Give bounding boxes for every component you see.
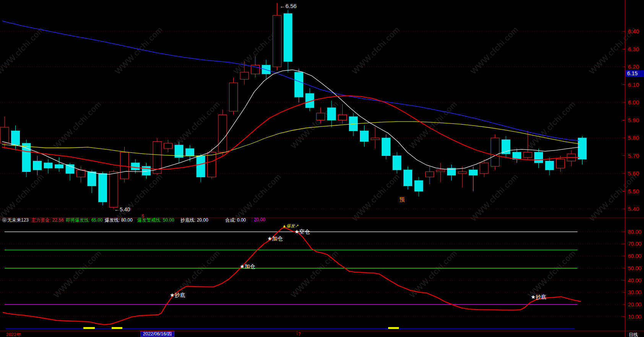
candle-body [33, 161, 42, 170]
candle-body [578, 138, 587, 159]
candle-body [360, 131, 369, 141]
candle-body [426, 172, 434, 177]
price-axis-label: 5.90 [628, 117, 639, 123]
signal-label: ★抄底 [170, 292, 185, 298]
indicator-axis-label: 20.00 [628, 301, 641, 308]
candle-body [404, 170, 412, 186]
candle-body [131, 163, 140, 170]
signal-label: ★抄底 [531, 294, 546, 300]
month-tick-label: 7 [298, 332, 301, 337]
price-axis-label: 5.50 [628, 188, 639, 194]
period-selector-label[interactable]: 日线 [629, 332, 638, 337]
period-high-label: ←6.56 [280, 3, 297, 9]
price-axis-label: 5.60 [628, 170, 639, 177]
candle-body [22, 143, 31, 172]
last-price-badge-label: 6.15 [627, 70, 637, 76]
candle-body [99, 173, 107, 202]
indicator-param: 即将爆发线: 65.00 [66, 217, 103, 224]
candle-body [164, 143, 172, 149]
signal-label: ★空仓 [294, 228, 310, 235]
candle-body [458, 172, 467, 173]
period-low-label: ←5.40 [114, 206, 130, 212]
signal-label: ★加仓 [240, 263, 255, 269]
candle-body [120, 152, 129, 179]
candle-body [11, 131, 20, 145]
price-axis-label: 5.70 [628, 152, 639, 159]
candle-body [186, 149, 194, 156]
candle-body [295, 72, 303, 97]
price-axis-label: 6.10 [628, 81, 639, 88]
indicator-axis-label: 10.00 [628, 314, 641, 320]
indicator-axis-label: 70.00 [628, 241, 641, 247]
candle-body [284, 14, 292, 62]
candle-body [240, 72, 249, 79]
price-axis-label: 6.00 [628, 99, 639, 105]
candle-body [382, 138, 390, 156]
indicator-param: 合成: 0.00 [225, 217, 246, 224]
main-fund-line [3, 227, 581, 324]
indicator-axis-label: 50.00 [628, 265, 641, 271]
price-axis-label: 5.80 [628, 134, 639, 141]
candle-body [317, 113, 325, 120]
candle-body [469, 170, 478, 175]
chart-canvas[interactable]: ★抄底★加仓★加仓▲爆发↗★空仓★抄底←6.56←5.40ŝ预6.406.306… [0, 0, 644, 337]
indicator-param: : 20.00 [251, 217, 265, 222]
candle-body [218, 115, 227, 152]
candle-body [535, 152, 543, 163]
candle-body [55, 165, 63, 168]
indicator-param: 爆发线: 80.00 [105, 217, 133, 224]
price-axis-label: 6.30 [628, 46, 639, 52]
candle-body [545, 161, 554, 170]
candle-body [491, 138, 499, 166]
candle-body [88, 172, 96, 186]
indicator-axis-label: 60.00 [628, 253, 641, 259]
indicator-axis-label: 80.00 [628, 229, 641, 235]
candle-body [208, 152, 216, 177]
candle-body [109, 172, 118, 207]
candle-body [0, 127, 9, 143]
candle-body [524, 152, 532, 157]
indicator-param: 抄底线: 20.00 [181, 217, 208, 224]
signal-bar [388, 327, 399, 329]
candle-body [44, 163, 52, 168]
chart-application-screen: WWW.cfchi.comWWW.cfchi.comWWW.cfchi.comW… [0, 0, 644, 337]
candle-body [415, 181, 423, 191]
signal-label: ▲爆发↗ [282, 224, 299, 228]
candle-body [371, 138, 379, 140]
indicator-header-row: ⌄ 无未来123 主力资金: 22.56即将爆发线: 65.00爆发线: 80.… [0, 217, 644, 223]
signal-label: ★加仓 [267, 235, 283, 241]
candle-body [436, 170, 445, 172]
indicator-axis-label: 30.00 [628, 289, 641, 295]
signal-bar [112, 327, 122, 329]
price-axis-label: 6.20 [628, 63, 639, 70]
candle-body [197, 156, 205, 177]
year-label: 2022年 [6, 332, 21, 337]
chart-marker: 预 [399, 196, 405, 203]
indicator-param: 爆发警戒线: 50.00 [137, 217, 174, 224]
indicator-title: 无未来123 [7, 217, 29, 224]
candle-body [393, 156, 401, 170]
price-axis-label: 5.40 [628, 206, 639, 212]
candle-body [556, 159, 565, 168]
candle-body [338, 115, 347, 120]
candle-body [77, 170, 85, 177]
crosshair-date-box: 2022/06/16/四 [140, 331, 174, 337]
collapse-indicator-icon[interactable]: ⌄ [2, 217, 7, 222]
indicator-param: 主力资金: 22.56 [31, 217, 64, 224]
time-axis-row: 2022年 2022/06/16/四 7 日线 [0, 331, 644, 337]
candle-body [480, 163, 488, 173]
signal-bar [83, 327, 95, 329]
candle-body [327, 108, 336, 120]
candle-body [273, 15, 281, 67]
indicator-axis-label: 40.00 [628, 277, 641, 284]
price-axis-label: 6.40 [628, 28, 639, 34]
candle-body [229, 83, 238, 111]
